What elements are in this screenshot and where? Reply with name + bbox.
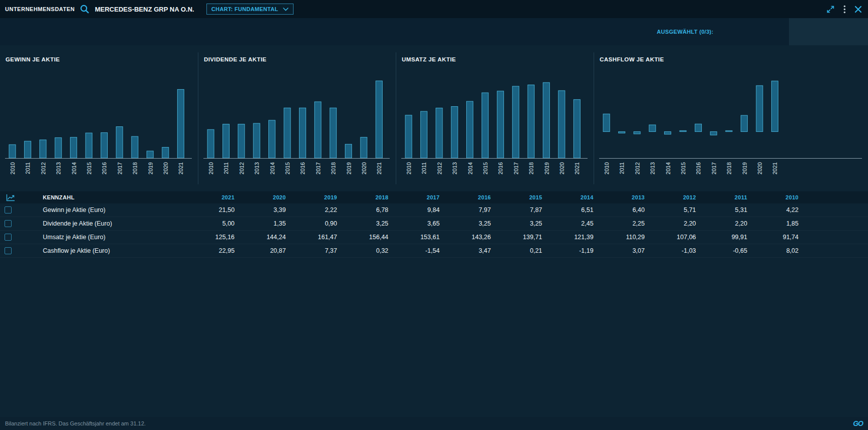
- x-tick-2017: 2017: [513, 162, 519, 174]
- value-cell-2015: 0,21: [496, 247, 547, 254]
- x-tick-2012: 2012: [437, 162, 443, 174]
- bar-2017: [513, 86, 519, 158]
- value-cell-2018: 3,25: [342, 220, 394, 227]
- x-tick-2010: 2010: [208, 162, 214, 174]
- value-cell-2018: 156,44: [342, 234, 394, 241]
- value-cell-2012: -1,03: [650, 247, 701, 254]
- x-tick-2010: 2010: [10, 162, 16, 174]
- year-column-header-2017: 2017: [393, 194, 445, 200]
- year-column-header-2014: 2014: [547, 194, 599, 200]
- value-cell-2011: 5,31: [701, 206, 752, 213]
- x-tick-2016: 2016: [101, 162, 107, 174]
- x-tick-2015: 2015: [86, 162, 92, 174]
- x-tick-2018: 2018: [132, 162, 138, 174]
- bar-2011: [223, 124, 229, 158]
- metric-label: Umsatz je Aktie (Euro): [23, 234, 188, 241]
- value-cell-2015: 139,71: [496, 234, 547, 241]
- value-cell-2016: 143,26: [445, 234, 496, 241]
- bar-2014: [665, 131, 671, 134]
- search-icon[interactable]: [80, 4, 90, 14]
- metric-label: Cashflow je Aktie (Euro): [23, 247, 188, 254]
- x-tick-2020: 2020: [757, 162, 763, 174]
- value-cell-2011: 99,91: [701, 234, 752, 241]
- value-cell-2020: 144,24: [240, 234, 291, 241]
- x-tick-2010: 2010: [604, 162, 610, 174]
- value-cell-2012: 5,71: [650, 206, 701, 213]
- value-cell-2010: 4,22: [752, 206, 804, 213]
- row-checkbox[interactable]: [5, 220, 12, 227]
- value-cell-2019: 2,22: [291, 206, 342, 213]
- chart-panel-cashflow: CASHFLOW JE AKTIE 2010201120122013201420…: [594, 52, 868, 184]
- bar-2014: [70, 137, 77, 158]
- bar-2015: [482, 93, 488, 158]
- bar-2017: [710, 131, 717, 135]
- chart-type-dropdown[interactable]: CHART: FUNDAMENTAL: [206, 4, 294, 15]
- window-controls: [826, 5, 862, 14]
- bar-2015: [680, 130, 686, 131]
- x-tick-2012: 2012: [40, 162, 46, 174]
- table-row-2: Dividende je Aktie (Euro)5,001,350,903,2…: [0, 217, 868, 231]
- value-cell-2011: 2,20: [701, 220, 752, 227]
- bar-2012: [634, 131, 640, 134]
- bar-2021: [177, 90, 184, 158]
- selected-count-label: AUSGEWÄHLT (0/3):: [657, 29, 713, 35]
- value-cell-2020: 3,39: [240, 206, 291, 213]
- x-tick-2013: 2013: [649, 162, 656, 174]
- x-tick-2021: 2021: [574, 162, 580, 174]
- x-tick-2018: 2018: [726, 162, 732, 174]
- value-cell-2019: 161,47: [291, 234, 342, 241]
- value-cell-2014: 121,39: [547, 234, 599, 241]
- value-cell-2020: 20,87: [240, 247, 291, 254]
- close-icon[interactable]: [854, 6, 862, 13]
- value-cell-2015: 7,87: [496, 206, 547, 213]
- bar-2010: [603, 114, 610, 131]
- x-tick-2014: 2014: [269, 162, 275, 174]
- row-checkbox[interactable]: [5, 247, 12, 254]
- x-tick-2013: 2013: [254, 162, 260, 174]
- bar-2011: [618, 131, 625, 133]
- bar-2012: [40, 140, 46, 158]
- year-column-header-2012: 2012: [650, 194, 701, 200]
- kebab-menu-icon[interactable]: [843, 5, 846, 14]
- year-column-header-2021: 2021: [188, 194, 240, 200]
- bar-2015: [86, 133, 92, 158]
- table-body: Gewinn je Aktie (Euro)21,503,392,226,789…: [0, 203, 868, 258]
- x-tick-2010: 2010: [406, 162, 412, 174]
- x-tick-2016: 2016: [695, 162, 701, 174]
- charts-row: GEWINN JE AKTIE 201020112012201320142015…: [0, 52, 868, 184]
- chart-title: CASHFLOW JE AKTIE: [600, 56, 868, 62]
- metric-label: Gewinn je Aktie (Euro): [23, 206, 188, 213]
- line-chart-icon: [0, 194, 23, 201]
- value-cell-2021: 125,16: [188, 234, 240, 241]
- value-cell-2017: 9,84: [393, 206, 445, 213]
- bar-2021: [573, 100, 580, 158]
- value-cell-2013: 6,40: [599, 206, 650, 213]
- bar-2012: [238, 124, 245, 158]
- guidants-logo[interactable]: GO: [853, 419, 863, 427]
- year-column-header-2015: 2015: [496, 194, 547, 200]
- bar-2020: [162, 147, 169, 158]
- bar-2011: [24, 141, 31, 158]
- expand-icon[interactable]: [826, 5, 835, 14]
- x-tick-2021: 2021: [772, 162, 778, 174]
- year-column-header-2019: 2019: [291, 194, 342, 200]
- x-tick-2012: 2012: [239, 162, 245, 174]
- x-tick-2013: 2013: [55, 162, 61, 174]
- x-tick-2019: 2019: [148, 162, 154, 174]
- row-checkbox[interactable]: [5, 234, 12, 241]
- chart-panel-umsatz: UMSATZ JE AKTIE 201020112012201320142015…: [396, 52, 594, 184]
- bar-2020: [360, 137, 367, 158]
- bar-2018: [726, 130, 732, 131]
- value-cell-2019: 7,37: [291, 247, 342, 254]
- x-tick-2014: 2014: [467, 162, 473, 174]
- x-tick-2016: 2016: [300, 162, 306, 174]
- value-cell-2018: 6,78: [342, 206, 394, 213]
- bar-2019: [345, 144, 352, 158]
- chart-panel-gewinn: GEWINN JE AKTIE 201020112012201320142015…: [0, 52, 198, 184]
- bar-2010: [9, 145, 16, 158]
- bar-2011: [420, 111, 427, 158]
- bar-2015: [284, 108, 291, 158]
- row-checkbox[interactable]: [5, 206, 12, 213]
- value-cell-2017: 153,61: [393, 234, 445, 241]
- bar-2013: [253, 123, 260, 158]
